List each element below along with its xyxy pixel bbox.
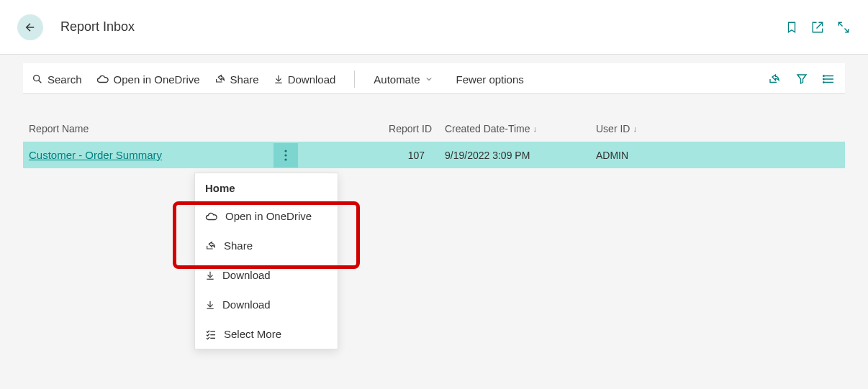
context-menu: Home Open in OneDrive Share Download Dow…	[194, 173, 338, 349]
download-icon	[205, 270, 215, 281]
col-user-id[interactable]: User ID ↓	[576, 123, 720, 134]
share-icon	[214, 73, 226, 85]
chevron-down-icon	[425, 75, 433, 83]
col-report-id[interactable]: Report ID	[345, 123, 432, 134]
cloud-icon	[205, 211, 218, 221]
page-header: Report Inbox	[0, 0, 868, 55]
report-id-cell: 107	[345, 150, 432, 161]
page-title: Report Inbox	[60, 19, 135, 35]
download-label: Download	[288, 73, 336, 86]
download-icon	[273, 73, 284, 85]
header-actions	[785, 20, 851, 35]
toolbar-separator	[354, 70, 355, 88]
user-cell: ADMIN	[576, 150, 720, 161]
menu-select-more[interactable]: Select More	[195, 319, 338, 349]
report-table: Report Name Report ID Created Date-Time …	[23, 123, 845, 168]
created-cell: 9/19/2022 3:09 PM	[432, 150, 576, 161]
svg-point-12	[823, 82, 825, 83]
bookmark-icon[interactable]	[785, 20, 799, 35]
list-view-icon[interactable]	[822, 72, 836, 86]
menu-download-1[interactable]: Download	[195, 260, 338, 290]
menu-select-more-label: Select More	[224, 328, 281, 340]
open-onedrive-button[interactable]: Open in OneDrive	[96, 73, 200, 86]
svg-line-2	[845, 28, 849, 32]
download-icon	[205, 299, 215, 311]
arrow-left-icon	[24, 21, 37, 34]
toolbar: Search Open in OneDrive Share Download A…	[23, 63, 845, 94]
automate-label: Automate	[374, 73, 420, 86]
svg-point-14	[284, 154, 286, 156]
share-button-toolbar[interactable]: Share	[214, 73, 259, 86]
menu-share-label: Share	[224, 239, 253, 252]
col-report-name[interactable]: Report Name	[29, 123, 273, 134]
menu-open-onedrive[interactable]: Open in OneDrive	[195, 201, 338, 231]
search-icon	[32, 73, 43, 85]
svg-point-15	[284, 158, 286, 160]
search-label: Search	[48, 73, 82, 86]
more-vertical-icon	[284, 150, 287, 161]
download-button-toolbar[interactable]: Download	[273, 73, 336, 86]
menu-header: Home	[195, 173, 338, 201]
back-button[interactable]	[17, 14, 43, 40]
share-action-icon[interactable]	[767, 72, 782, 86]
table-header: Report Name Report ID Created Date-Time …	[23, 123, 845, 142]
menu-share[interactable]: Share	[195, 231, 338, 260]
table-row[interactable]: Customer - Order Summary 107 9/19/2022 3…	[23, 142, 845, 168]
sort-down-icon: ↓	[533, 124, 538, 133]
svg-line-4	[39, 81, 42, 83]
menu-download-2[interactable]: Download	[195, 290, 338, 319]
svg-line-1	[838, 22, 842, 26]
expand-icon[interactable]	[836, 20, 851, 35]
share-icon	[205, 240, 217, 252]
row-more-button[interactable]	[273, 143, 298, 168]
toolbar-right	[767, 72, 836, 86]
menu-open-onedrive-label: Open in OneDrive	[225, 210, 312, 222]
fewer-options-label: Fewer options	[456, 73, 524, 86]
automate-dropdown[interactable]: Automate	[374, 73, 433, 86]
search-button[interactable]: Search	[32, 73, 82, 86]
col-created[interactable]: Created Date-Time ↓	[432, 123, 576, 134]
filter-icon[interactable]	[795, 72, 809, 86]
menu-download1-label: Download	[222, 269, 271, 281]
sort-down-icon: ↓	[633, 124, 637, 133]
svg-point-10	[823, 75, 825, 77]
svg-point-11	[823, 78, 825, 80]
cloud-icon	[96, 74, 109, 84]
svg-point-13	[284, 150, 286, 152]
toolbar-container: Search Open in OneDrive Share Download A…	[0, 63, 868, 168]
menu-download2-label: Download	[222, 298, 271, 311]
open-onedrive-label: Open in OneDrive	[114, 73, 200, 86]
svg-point-3	[34, 75, 40, 81]
open-new-window-icon[interactable]	[810, 20, 825, 35]
share-label: Share	[230, 73, 259, 86]
list-check-icon	[205, 329, 217, 340]
report-name-link[interactable]: Customer - Order Summary	[29, 149, 273, 161]
fewer-options-button[interactable]: Fewer options	[456, 73, 524, 86]
